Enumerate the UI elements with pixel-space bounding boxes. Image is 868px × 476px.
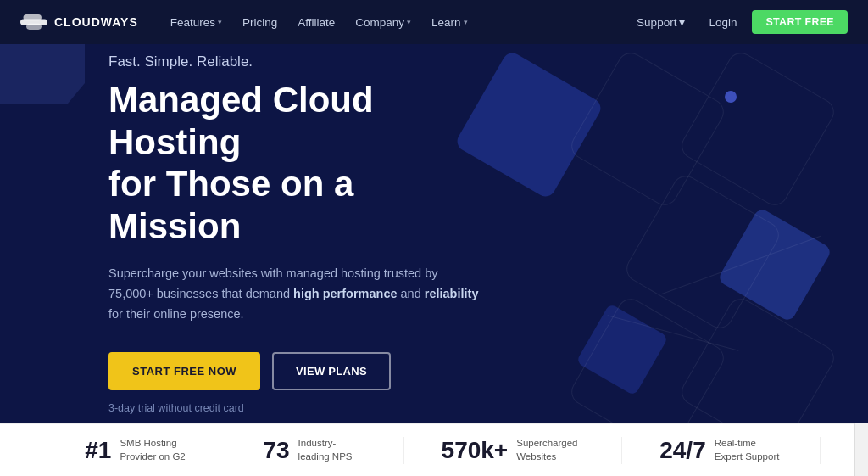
nav-item-company[interactable]: Company ▾ — [347, 11, 420, 34]
stat-number-support: 24/7 — [659, 437, 706, 464]
stats-bar: #1 SMB Hosting Provider on G2 73 Industr… — [0, 423, 868, 476]
nav-item-features[interactable]: Features ▾ — [162, 11, 231, 34]
login-link[interactable]: Login — [700, 11, 745, 34]
logo[interactable]: CLOUDWAYS — [20, 13, 138, 31]
dot-accent — [725, 91, 737, 103]
chevron-down-icon: ▾ — [679, 15, 685, 29]
stat-desc-support: Real-time Expert Support — [715, 437, 782, 463]
stat-number-websites: 570k+ — [442, 437, 509, 464]
hero-description: Supercharge your websites with managed h… — [108, 264, 481, 325]
trial-note: 3-day trial without credit card — [108, 402, 492, 414]
scrollbar[interactable] — [854, 423, 868, 476]
hero-heading: Managed Cloud Hosting for Those on a Mis… — [108, 79, 492, 247]
stat-item-websites: 570k+ Supercharged Websites — [404, 437, 623, 464]
cloudways-logo-icon — [20, 13, 47, 31]
stat-number-rank: #1 — [85, 437, 111, 464]
hero-content: Fast. Simple. Reliable. Managed Cloud Ho… — [0, 53, 492, 414]
stat-item-nps: 73 Industry-leading NPS — [225, 437, 403, 464]
stat-item-support: 24/7 Real-time Expert Support — [622, 437, 821, 464]
view-plans-button[interactable]: VIEW PLANS — [272, 352, 391, 390]
stat-desc-nps: Industry-leading NPS — [298, 437, 366, 463]
nav-item-learn[interactable]: Learn ▾ — [423, 11, 476, 34]
stat-number-nps: 73 — [263, 437, 289, 464]
brand-name: CLOUDWAYS — [54, 15, 138, 29]
chevron-down-icon: ▾ — [407, 18, 411, 26]
nav-item-pricing[interactable]: Pricing — [234, 11, 286, 34]
start-free-now-button[interactable]: START FREE NOW — [108, 352, 260, 390]
svg-rect-2 — [26, 24, 42, 30]
navbar-start-free-button[interactable]: START FREE — [752, 10, 848, 34]
navbar: CLOUDWAYS Features ▾ Pricing Affiliate C… — [0, 0, 868, 44]
chevron-down-icon: ▾ — [218, 18, 222, 26]
hero-tagline: Fast. Simple. Reliable. — [108, 53, 492, 70]
nav-item-affiliate[interactable]: Affiliate — [289, 11, 343, 34]
hero-buttons: START FREE NOW VIEW PLANS — [108, 352, 492, 390]
svg-rect-1 — [24, 14, 42, 20]
chevron-down-icon: ▾ — [464, 18, 468, 26]
stat-desc-rank: SMB Hosting Provider on G2 — [120, 437, 187, 463]
nav-right: Support ▾ Login START FREE — [628, 10, 848, 34]
support-link[interactable]: Support ▾ — [628, 10, 693, 34]
hero-section: Fast. Simple. Reliable. Managed Cloud Ho… — [0, 44, 868, 423]
stat-desc-websites: Supercharged Websites — [516, 437, 584, 463]
nav-links: Features ▾ Pricing Affiliate Company ▾ L… — [162, 11, 628, 34]
stat-item-rank: #1 SMB Hosting Provider on G2 — [47, 437, 225, 464]
